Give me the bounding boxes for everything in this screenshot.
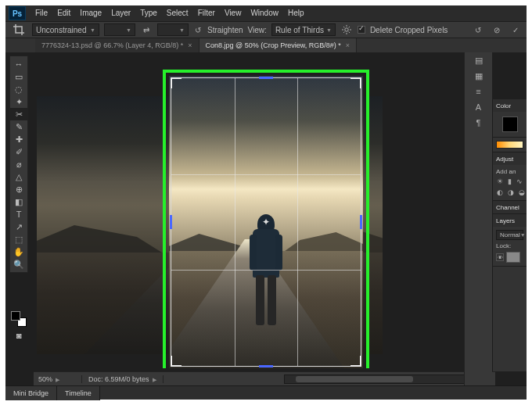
swap-dimensions-button[interactable]: ⇄: [140, 23, 153, 36]
paragraph-panel-icon[interactable]: ¶: [465, 115, 492, 131]
menu-view[interactable]: View: [220, 5, 246, 21]
doc-info-value: Doc: 6.59M/0 bytes: [88, 375, 149, 383]
delete-cropped-checkbox[interactable]: [358, 26, 365, 34]
lasso-tool[interactable]: ◌: [10, 83, 27, 95]
crop-highlight: ✦: [163, 70, 369, 368]
foreground-color-swatch[interactable]: [11, 311, 20, 321]
crop-grid-line: [171, 270, 361, 271]
shape-tool[interactable]: ⬚: [10, 233, 27, 246]
document-tab[interactable]: 7776324-13.psd @ 66.7% (Layer 4, RGB/8) …: [35, 38, 200, 52]
exposure-icon[interactable]: ◐: [496, 188, 504, 197]
zoom-level[interactable]: 50%▶: [34, 375, 82, 383]
brush-tool[interactable]: ✐: [10, 145, 27, 158]
document-tab[interactable]: Con8.jpg @ 50% (Crop Preview, RGB/8#) * …: [200, 38, 357, 52]
straighten-label[interactable]: Straighten: [207, 26, 243, 34]
app-badge[interactable]: Ps: [9, 6, 26, 20]
close-icon[interactable]: ×: [346, 41, 350, 49]
menu-filter[interactable]: Filter: [193, 5, 220, 21]
photoshop-window: Ps File Edit Image Layer Type Select Fil…: [5, 5, 527, 400]
color-balance-icon[interactable]: ◒: [518, 188, 526, 197]
blend-mode-dropdown[interactable]: Normal▼: [496, 230, 523, 240]
move-tool[interactable]: ↔: [10, 58, 27, 70]
brightness-icon[interactable]: ☀: [496, 177, 504, 186]
menu-help[interactable]: Help: [283, 5, 309, 21]
layers-tab[interactable]: Layers: [496, 217, 515, 224]
clear-button[interactable]: ↺: [193, 23, 203, 36]
swatch-gradient[interactable]: [496, 141, 523, 149]
timeline-tab[interactable]: Timeline: [57, 386, 100, 400]
overlay-dropdown[interactable]: Rule of Thirds▼: [271, 23, 336, 36]
menu-file[interactable]: File: [31, 5, 52, 21]
menu-layer[interactable]: Layer: [106, 5, 135, 21]
layer-thumbnail[interactable]: [506, 252, 520, 263]
hand-tool[interactable]: ✋: [10, 246, 27, 258]
color-tab[interactable]: Color: [496, 102, 511, 109]
pen-tool[interactable]: ↗: [10, 220, 27, 233]
crop-grid-line: [235, 78, 235, 366]
right-panel-dock: Color Adjust Add an ☀ ▮ ∿ ◐ ◑ ◒: [492, 99, 527, 371]
reset-crop-button[interactable]: ↺: [472, 23, 484, 36]
chevron-right-icon: ▶: [153, 377, 156, 382]
overlay-settings-button[interactable]: [340, 23, 353, 36]
adjustments-tab[interactable]: Adjust: [496, 156, 513, 163]
cancel-crop-button[interactable]: ⊘: [491, 23, 503, 36]
crop-width-input[interactable]: ▼: [104, 23, 135, 36]
history-brush-tool[interactable]: △: [10, 170, 27, 183]
properties-panel-icon[interactable]: ≡: [465, 84, 492, 99]
menu-image[interactable]: Image: [75, 5, 106, 21]
crop-handle-bottom-left[interactable]: [171, 356, 182, 367]
color-preview-swatch[interactable]: [502, 116, 518, 132]
aspect-ratio-dropdown[interactable]: Unconstrained▼: [32, 23, 99, 36]
crop-tool[interactable]: ✂: [10, 108, 27, 120]
commit-crop-button[interactable]: ✓: [509, 23, 522, 36]
type-tool[interactable]: T: [10, 208, 27, 220]
menu-window[interactable]: Window: [246, 5, 283, 21]
foreground-background-swatch[interactable]: [10, 310, 27, 328]
crop-marquee[interactable]: ✦: [171, 77, 361, 367]
menu-select[interactable]: Select: [162, 5, 193, 21]
adjustments-panel: Adjust Add an ☀ ▮ ∿ ◐ ◑ ◒: [493, 152, 527, 201]
menu-edit[interactable]: Edit: [52, 5, 75, 21]
quick-mask-toggle[interactable]: ◙: [10, 329, 27, 342]
levels-icon[interactable]: ▮: [507, 177, 512, 186]
actions-panel-icon[interactable]: ▦: [465, 68, 492, 84]
scrollbar-thumb[interactable]: [296, 376, 413, 382]
visibility-toggle[interactable]: 👁: [496, 253, 504, 261]
mini-bridge-tab[interactable]: Mini Bridge: [5, 386, 57, 400]
channels-tab[interactable]: Channel: [496, 204, 519, 211]
color-swatches: ◙: [9, 310, 28, 342]
hue-sat-icon[interactable]: ◑: [507, 188, 515, 197]
document-info[interactable]: Doc: 6.59M/0 bytes▶: [82, 375, 164, 383]
delete-cropped-label: Delete Cropped Pixels: [370, 26, 448, 34]
crop-height-input[interactable]: ▼: [157, 23, 189, 36]
workspace: ↔ ▭ ◌ ✦ ✂ ✎ ✚ ✐ ⌀ △ ⊕ ◧ T ↗ ⬚ ✋ 🔍 ◙: [5, 52, 527, 385]
zoom-tool[interactable]: 🔍: [10, 258, 27, 271]
clone-stamp-tool[interactable]: ⌀: [10, 158, 27, 170]
gear-icon: [342, 25, 351, 34]
lock-row: Lock:: [496, 242, 523, 249]
eyedropper-tool[interactable]: ✎: [10, 120, 27, 133]
canvas-area[interactable]: ✦: [34, 52, 495, 368]
crop-handle-top-right[interactable]: [350, 77, 361, 88]
crop-handle-top-left[interactable]: [171, 77, 182, 88]
close-icon[interactable]: ×: [188, 41, 192, 49]
layers-panel: Layers Normal▼ Lock: 👁: [493, 214, 527, 267]
magic-wand-tool[interactable]: ✦: [10, 95, 27, 108]
crop-handle-bottom[interactable]: [259, 365, 273, 367]
active-tool-icon[interactable]: [10, 23, 27, 37]
menu-type[interactable]: Type: [135, 5, 162, 21]
character-panel-icon[interactable]: A: [465, 99, 492, 115]
crop-handle-left[interactable]: [170, 215, 172, 229]
curves-icon[interactable]: ∿: [516, 177, 523, 186]
history-panel-icon[interactable]: ▤: [465, 52, 492, 68]
crop-handle-bottom-right[interactable]: [350, 356, 361, 367]
crop-handle-top[interactable]: [259, 77, 273, 79]
gradient-tool[interactable]: ◧: [10, 195, 27, 208]
crop-handle-right[interactable]: [360, 215, 362, 229]
chevron-down-icon: ▼: [326, 27, 332, 33]
healing-brush-tool[interactable]: ✚: [10, 133, 27, 145]
eraser-tool[interactable]: ⊕: [10, 183, 27, 195]
layer-row[interactable]: 👁: [496, 252, 523, 263]
horizontal-scrollbar[interactable]: [284, 375, 480, 384]
marquee-tool[interactable]: ▭: [10, 70, 27, 83]
